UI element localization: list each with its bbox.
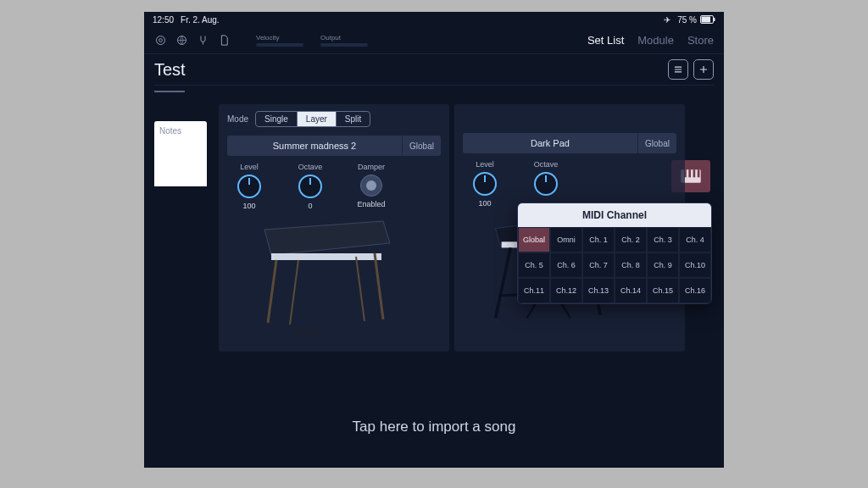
- list-button[interactable]: [668, 59, 688, 80]
- midi-channel-popover: MIDI Channel GlobalOmniCh. 1Ch. 2Ch. 3Ch…: [517, 202, 712, 304]
- svg-point-18: [293, 327, 320, 336]
- preset-name-1[interactable]: Summer madness 2: [227, 136, 402, 156]
- velocity-meter: Velocity: [256, 34, 303, 47]
- sidebar: Notes: [154, 121, 207, 186]
- document-icon[interactable]: [218, 34, 231, 47]
- title-row: Test: [144, 54, 724, 85]
- preset-bar-1[interactable]: Summer madness 2 Global: [227, 136, 441, 156]
- octave-knob-2[interactable]: Octave: [524, 160, 568, 208]
- svg-rect-10: [693, 169, 696, 177]
- midi-cell-ch-9[interactable]: Ch. 9: [647, 252, 679, 278]
- instrument-image-1: [248, 213, 417, 340]
- midi-cell-ch-15[interactable]: Ch.15: [647, 278, 679, 303]
- midi-cell-ch-11[interactable]: Ch.11: [518, 278, 550, 303]
- midi-cell-ch-5[interactable]: Ch. 5: [518, 252, 550, 278]
- midi-cell-omni[interactable]: Omni: [550, 227, 582, 252]
- svg-point-4: [157, 36, 165, 45]
- midi-channel-grid: GlobalOmniCh. 1Ch. 2Ch. 3Ch. 4Ch. 5Ch. 6…: [518, 227, 711, 303]
- svg-rect-2: [702, 17, 711, 23]
- preset-bar-2[interactable]: Dark Pad Global: [463, 133, 676, 153]
- midi-cell-ch-8[interactable]: Ch. 8: [615, 252, 647, 278]
- midi-cell-ch-12[interactable]: Ch.12: [550, 278, 582, 303]
- midi-cell-ch-4[interactable]: Ch. 4: [679, 227, 711, 252]
- toolbar: Velocity Output Set List Module Store: [144, 27, 724, 54]
- mode-label: Mode: [227, 114, 248, 124]
- preset-name-2[interactable]: Dark Pad: [463, 133, 637, 153]
- level-knob-2[interactable]: Level 100: [463, 160, 507, 208]
- status-right: ✈︎ 75 %: [664, 15, 715, 25]
- midi-cell-ch-10[interactable]: Ch.10: [679, 252, 711, 278]
- svg-rect-3: [714, 18, 715, 21]
- midi-cell-ch-14[interactable]: Ch.14: [615, 278, 647, 303]
- svg-point-5: [159, 39, 163, 42]
- octave-knob-1[interactable]: Octave 0: [288, 163, 332, 210]
- svg-rect-9: [688, 169, 691, 177]
- preset-global-1[interactable]: Global: [402, 136, 441, 156]
- mode-split[interactable]: Split: [336, 112, 370, 126]
- midi-cell-ch-13[interactable]: Ch.13: [582, 278, 615, 303]
- midi-cell-ch-16[interactable]: Ch.16: [679, 278, 711, 303]
- midi-cell-ch-2[interactable]: Ch. 2: [615, 227, 647, 252]
- svg-line-33: [496, 247, 511, 318]
- midi-cell-ch-7[interactable]: Ch. 7: [582, 252, 615, 278]
- svg-marker-12: [264, 221, 390, 255]
- popover-title: MIDI Channel: [518, 203, 711, 227]
- battery-label: 75 %: [677, 15, 697, 25]
- airplane-icon: ✈︎: [664, 15, 670, 25]
- midi-cell-ch-3[interactable]: Ch. 3: [647, 227, 679, 252]
- import-song-button[interactable]: Tap here to import a song: [144, 419, 724, 435]
- midi-cell-ch-6[interactable]: Ch. 6: [550, 252, 582, 278]
- tab-store[interactable]: Store: [687, 34, 714, 47]
- battery-icon: [700, 15, 715, 24]
- midi-cell-global[interactable]: Global: [518, 227, 550, 252]
- notes-tab[interactable]: Notes: [154, 121, 207, 186]
- level-knob-1[interactable]: Level 100: [227, 163, 271, 210]
- output-meter: Output: [320, 34, 368, 47]
- app-frame: 12:50 Fr. 2. Aug. ✈︎ 75 % Velocity: [144, 12, 724, 468]
- globe-icon[interactable]: [175, 34, 188, 47]
- svg-line-15: [375, 253, 383, 319]
- page-title: Test: [154, 60, 186, 80]
- gear-icon[interactable]: [154, 34, 167, 47]
- damper-toggle-1[interactable]: Damper Enabled: [349, 163, 393, 210]
- svg-line-16: [290, 260, 298, 324]
- status-bar: 12:50 Fr. 2. Aug. ✈︎ 75 %: [144, 12, 724, 27]
- midi-cell-ch-1[interactable]: Ch. 1: [582, 227, 615, 252]
- mode-layer[interactable]: Layer: [297, 112, 336, 126]
- tab-module[interactable]: Module: [637, 34, 674, 47]
- mode-segmented[interactable]: Single Layer Split: [255, 111, 370, 127]
- layer-panel-1: Mode Single Layer Split Summer madness 2…: [219, 104, 449, 352]
- tab-setlist[interactable]: Set List: [587, 34, 624, 47]
- svg-rect-13: [271, 253, 381, 260]
- svg-line-17: [356, 257, 364, 321]
- date: Fr. 2. Aug.: [181, 15, 220, 25]
- preset-global-2[interactable]: Global: [637, 133, 676, 153]
- add-button[interactable]: [693, 59, 714, 80]
- svg-line-14: [268, 260, 276, 323]
- tuning-fork-icon[interactable]: [197, 34, 209, 47]
- clock: 12:50: [153, 15, 174, 25]
- svg-rect-11: [698, 169, 700, 177]
- mode-single[interactable]: Single: [256, 112, 297, 126]
